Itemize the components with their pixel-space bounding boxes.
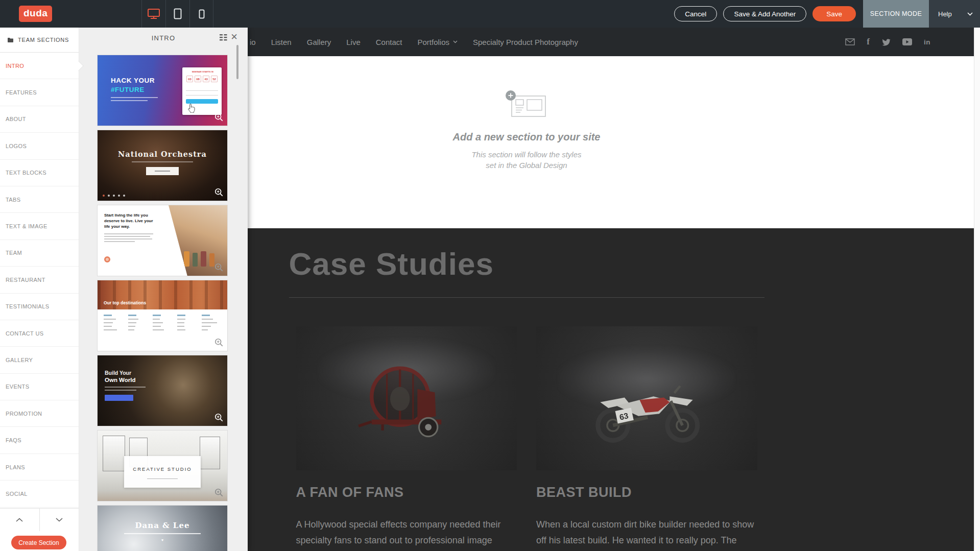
sidebar-item[interactable]: FAQS <box>0 427 79 453</box>
countdown-box: 03 <box>186 76 193 82</box>
page-scrollbar[interactable] <box>974 28 980 551</box>
sidebar-item[interactable]: PROMOTION <box>0 400 79 427</box>
folder-icon <box>7 37 14 43</box>
site-social-icons: f in <box>845 28 930 56</box>
scroll-down-button[interactable] <box>40 509 79 531</box>
save-add-another-button[interactable]: Save & Add Another <box>723 6 806 21</box>
layout-toggle-icon[interactable] <box>220 34 227 41</box>
case-study-text: When a local custom dirt bike builder ne… <box>536 517 756 551</box>
twitter-icon[interactable] <box>881 38 891 46</box>
sidebar-item[interactable]: LOGOS <box>0 133 79 159</box>
sidebar-item-label: EVENTS <box>6 384 29 390</box>
svg-text:63: 63 <box>618 412 629 422</box>
sidebar-item-label: INTRO <box>6 63 24 69</box>
template-thumb-top-destinations[interactable]: Our top destinations <box>98 280 227 351</box>
site-nav-link[interactable]: Live <box>346 38 361 46</box>
chevron-down-icon <box>56 518 63 522</box>
help-label: Help <box>938 10 952 18</box>
sidebar-item[interactable]: TEXT BLOCKS <box>0 160 79 186</box>
zoom-preview-icon[interactable] <box>214 188 223 197</box>
site-nav-link[interactable]: Gallery <box>307 38 331 46</box>
zoom-preview-icon[interactable] <box>214 263 223 272</box>
close-icon[interactable]: ✕ <box>231 33 238 41</box>
sidebar-item-label: FAQS <box>6 437 21 443</box>
countdown-box: 08 <box>195 76 201 82</box>
chevron-up-icon <box>16 518 23 522</box>
sidebar-item-label: GALLERY <box>6 357 33 363</box>
sidebar-item[interactable]: GALLERY <box>0 347 79 373</box>
template-thumb-hack-your-future[interactable]: HACK YOUR #FUTURE SEMINAR STARTS IN 0308… <box>98 55 227 126</box>
sidebar-item[interactable]: TEXT & IMAGE <box>0 213 79 239</box>
sidebar-item-label: TEAM <box>6 250 22 256</box>
sidebar-item-label: TEXT & IMAGE <box>6 223 47 229</box>
intro-sections-panel: INTRO ✕ HACK YOUR #FUTURE SEMINAR STARTS… <box>79 28 248 551</box>
sidebar-header-label: TEAM SECTIONS <box>18 37 69 43</box>
template-thumb-build-your-own-world[interactable]: Build Your Own World <box>98 355 227 426</box>
save-button[interactable]: Save <box>812 6 856 21</box>
panel-title: INTRO <box>152 34 175 42</box>
template-thumb-national-orchestra[interactable]: National Orchestra <box>98 130 227 201</box>
facebook-icon[interactable]: f <box>867 37 870 47</box>
add-section-title: Add a new section to your site <box>453 131 601 143</box>
template-thumb-dana-and-lee[interactable]: Dana & Lee ♥ <box>98 506 227 551</box>
sidebar-item[interactable]: INTRO <box>0 53 79 79</box>
youtube-icon[interactable] <box>902 38 912 45</box>
carousel-dots <box>103 195 125 197</box>
create-section-button[interactable]: Create Section <box>11 536 66 549</box>
zoom-preview-icon[interactable] <box>214 338 223 347</box>
tablet-view-button[interactable] <box>165 0 189 28</box>
scroll-up-button[interactable] <box>0 509 40 531</box>
sidebar-item-label: TESTIMONIALS <box>6 303 49 309</box>
sidebar-item-label: TEXT BLOCKS <box>6 170 46 176</box>
panel-scrollbar-thumb[interactable] <box>236 45 238 79</box>
sidebar-item-label: FEATURES <box>6 89 37 95</box>
device-switcher <box>141 0 213 28</box>
sidebar-item[interactable]: TABS <box>0 186 79 213</box>
site-nav-link[interactable]: Portfolios <box>417 38 458 46</box>
dirt-bike-graphic: 63 <box>583 361 710 447</box>
sidebar-item[interactable]: PLANS <box>0 454 79 481</box>
linkedin-icon[interactable]: in <box>924 38 930 46</box>
desktop-view-button[interactable] <box>141 0 165 28</box>
tablet-icon <box>174 8 182 19</box>
sidebar-item[interactable]: ABOUT <box>0 106 79 133</box>
section-mode-badge[interactable]: SECTION MODE <box>863 0 929 28</box>
mobile-view-button[interactable] <box>189 0 213 28</box>
site-nav-link[interactable]: io <box>250 38 256 46</box>
sidebar-item[interactable]: FEATURES <box>0 79 79 106</box>
case-studies-heading: Case Studies <box>289 246 764 282</box>
site-nav-link[interactable]: Contact <box>376 38 402 46</box>
sidebar-item[interactable]: CONTACT US <box>0 320 79 347</box>
sidebar-item[interactable]: SOCIAL <box>0 481 79 507</box>
zoom-preview-icon[interactable] <box>214 413 223 422</box>
zoom-preview-icon[interactable] <box>214 113 223 122</box>
email-icon[interactable] <box>845 38 855 45</box>
sidebar-item-label: TABS <box>6 197 21 203</box>
sidebar-item-label: SOCIAL <box>6 491 28 497</box>
chevron-down-icon <box>967 12 973 16</box>
case-study-card-fan: A FAN OF FANS A Hollywood special effect… <box>296 326 517 551</box>
sidebar-item[interactable]: RESTAURANT <box>0 267 79 293</box>
help-menu[interactable]: Help <box>929 0 980 28</box>
site-nav-link[interactable]: Specialty Product Photography <box>473 38 578 46</box>
sidebar-item[interactable]: TEAM <box>0 240 79 267</box>
case-study-title: A FAN OF FANS <box>296 485 517 500</box>
links-table <box>98 309 227 330</box>
thumb-button <box>146 167 179 175</box>
cancel-button[interactable]: Cancel <box>674 6 717 21</box>
zoom-preview-icon[interactable] <box>214 488 223 497</box>
sidebar-items: INTRO FEATURES ABOUT LOGOS TEXT BLOCKS T… <box>0 53 79 508</box>
chevron-down-icon <box>453 40 458 43</box>
sidebar-item-label: ABOUT <box>6 116 26 122</box>
fan-photo <box>296 326 517 470</box>
site-nav-link[interactable]: Listen <box>271 38 292 46</box>
sidebar-item[interactable]: EVENTS <box>0 374 79 400</box>
template-thumb-creative-studio[interactable]: CREATIVE STUDIO <box>98 430 227 501</box>
thumb-button <box>105 395 133 401</box>
sidebar-item[interactable]: TESTIMONIALS <box>0 294 79 320</box>
template-thumb-start-living[interactable]: Start living the life you deserve to liv… <box>98 205 227 276</box>
sections-sidebar: TEAM SECTIONS INTRO FEATURES ABOUT LOGOS… <box>0 28 79 551</box>
bike-photo: 63 <box>536 326 757 470</box>
wind-machine-graphic <box>350 357 463 439</box>
sidebar-item-label: PROMOTION <box>6 411 42 417</box>
